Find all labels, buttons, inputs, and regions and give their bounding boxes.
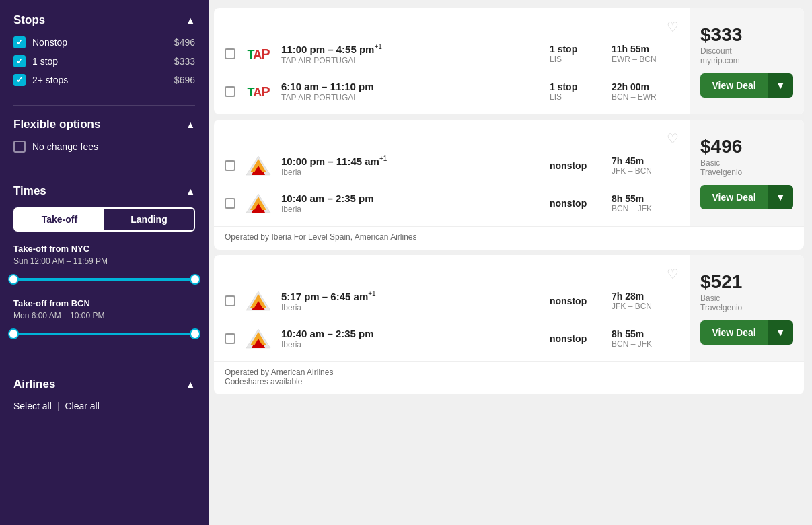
card-3-outbound-stops: nonstop (550, 295, 603, 306)
times-tabs: Take-off Landing (13, 207, 195, 232)
card-3-flights: ♡ 5:17 pm – 6:45 am+1 Iberia (214, 255, 690, 361)
two-plus-label: 2+ stops (32, 75, 68, 85)
slider-thumb-bcn-left[interactable] (8, 328, 19, 339)
one-stop-price: $333 (174, 56, 195, 67)
card-3-footer-note: Operated by American AirlinesCodeshares … (214, 361, 804, 394)
stops-title: Stops (13, 13, 45, 27)
card-3-outbound-duration: 7h 28m (612, 291, 679, 302)
takeoff-nyc-label: Take-off from NYC (13, 244, 195, 254)
two-plus-checkbox[interactable] (13, 74, 26, 86)
slider-fill-bcn (13, 332, 195, 335)
card-1-view-deal-chevron[interactable]: ▼ (768, 73, 793, 98)
card-2-flights: ♡ 10:00 pm – 11:45 am+1 Iberia (214, 120, 690, 226)
card-3-return-airline: Iberia (281, 340, 542, 349)
flexible-chevron-icon[interactable]: ▲ (186, 119, 195, 130)
card-1-outbound-logo: TAP (244, 39, 273, 69)
takeoff-bcn-label: Take-off from BCN (13, 298, 195, 308)
nonstop-checkbox[interactable] (13, 36, 26, 48)
card-1-return-duration: 22h 00m (612, 81, 679, 92)
clear-all-link[interactable]: Clear all (65, 400, 99, 411)
card-2-return-airline: Iberia (281, 205, 542, 214)
card-2-price-section: $496 BasicTravelgenio View Deal ▼ (690, 120, 804, 226)
flexible-section: Flexible options ▲ No change fees (13, 118, 195, 172)
card-2-view-deal-button[interactable]: View Deal (700, 185, 768, 209)
slider-thumb-bcn-right[interactable] (190, 328, 200, 339)
card-2-return-logo (244, 188, 273, 218)
airlines-chevron-icon[interactable]: ▲ (186, 379, 195, 390)
card-1-outbound-duration: 11h 55m (612, 44, 679, 55)
card-1-return-checkbox[interactable] (225, 86, 235, 97)
card-3-return-stops: nonstop (550, 333, 603, 344)
one-stop-checkbox[interactable] (13, 55, 26, 67)
card-3-view-deal-button[interactable]: View Deal (700, 320, 768, 345)
card-3-price: $521 (700, 272, 742, 293)
card-2-footer-note: Operated by Iberia For Level Spain, Amer… (214, 226, 804, 250)
takeoff-nyc-range: Sun 12:00 AM – 11:59 PM (13, 256, 195, 266)
no-change-fees-checkbox[interactable] (13, 141, 26, 153)
slider-thumb-right[interactable] (190, 274, 200, 285)
times-chevron-icon[interactable]: ▲ (186, 186, 195, 197)
card-1-view-deal-button[interactable]: View Deal (700, 73, 768, 98)
no-change-label: No change fees (32, 141, 98, 152)
pipe-divider: | (57, 400, 60, 411)
card-3-return-logo (244, 324, 273, 353)
times-header: Times ▲ (13, 184, 195, 198)
main-content: ♡ TAP 11:00 pm – 4:55 pm+1 TAP AIR PORTU… (209, 0, 812, 525)
card-2-view-deal-chevron[interactable]: ▼ (768, 185, 793, 209)
sidebar: Stops ▲ Nonstop $496 1 stop $333 2+ stop… (0, 0, 209, 525)
card-2-outbound-logo (244, 151, 273, 180)
card-2-return-stops: nonstop (550, 198, 603, 209)
no-change-fees-row: No change fees (13, 141, 195, 153)
slider-fill (13, 278, 195, 281)
nonstop-filter-row: Nonstop $496 (13, 36, 195, 48)
flight-card-3: ♡ 5:17 pm – 6:45 am+1 Iberia (214, 255, 804, 394)
iberia-logo-icon-4 (244, 326, 273, 351)
select-all-link[interactable]: Select all (13, 400, 52, 411)
card-1-return-logo: TAP (244, 77, 273, 106)
card-1-outbound-route: EWR – BCN (612, 55, 679, 64)
card-1-outbound-via: LIS (550, 55, 603, 64)
flexible-title: Flexible options (13, 118, 100, 131)
one-stop-filter-row: 1 stop $333 (13, 55, 195, 67)
card-1-return-time: 6:10 am – 11:10 pm (281, 81, 542, 92)
tab-landing[interactable]: Landing (104, 209, 194, 230)
card-3-price-section: $521 BasicTravelgenio View Deal ▼ (690, 255, 804, 361)
card-1-outbound-checkbox[interactable] (225, 48, 235, 59)
flight-card-1: ♡ TAP 11:00 pm – 4:55 pm+1 TAP AIR PORTU… (214, 8, 804, 114)
nonstop-price: $496 (174, 37, 195, 48)
stops-chevron-icon[interactable]: ▲ (186, 15, 195, 26)
card-2-outbound-stops: nonstop (550, 160, 603, 171)
card-3-return-duration: 8h 55m (612, 328, 679, 339)
card-3-view-deal: View Deal ▼ (700, 320, 793, 345)
one-stop-label: 1 stop (32, 56, 58, 67)
takeoff-bcn-range: Mon 6:00 AM – 10:00 PM (13, 311, 195, 320)
card-1-return-route: BCN – EWR (612, 92, 679, 102)
card-1-outbound-airline: TAP AIR PORTUGAL (281, 56, 542, 65)
card-2-view-deal: View Deal ▼ (700, 185, 793, 209)
card-2-return-checkbox[interactable] (225, 198, 235, 209)
slider-thumb-left[interactable] (8, 274, 19, 285)
takeoff-bcn-slider[interactable] (13, 327, 195, 341)
card-3-return-checkbox[interactable] (225, 333, 235, 344)
card-3-outbound-airline: Iberia (281, 303, 542, 312)
card-3-favorite-icon[interactable]: ♡ (667, 266, 679, 282)
card-3-outbound-time: 5:17 pm – 6:45 am+1 (281, 290, 542, 302)
card-2-price: $496 (700, 137, 742, 158)
nonstop-label: Nonstop (32, 37, 67, 48)
two-plus-price: $696 (174, 75, 195, 85)
card-3-return-row: 10:40 am – 2:35 pm Iberia nonstop 8h 55m… (225, 324, 679, 353)
tab-takeoff[interactable]: Take-off (15, 209, 104, 230)
card-3-outbound-row: 5:17 pm – 6:45 am+1 Iberia nonstop 7h 28… (225, 286, 679, 316)
card-2-outbound-time: 10:00 pm – 11:45 am+1 (281, 155, 542, 167)
card-2-return-duration: 8h 55m (612, 193, 679, 204)
card-1-outbound-stops: 1 stop (550, 44, 603, 55)
stops-section: Stops ▲ Nonstop $496 1 stop $333 2+ stop… (13, 13, 195, 106)
card-3-view-deal-chevron[interactable]: ▼ (768, 320, 793, 345)
card-3-outbound-checkbox[interactable] (225, 295, 235, 306)
two-plus-filter-row: 2+ stops $696 (13, 74, 195, 86)
card-1-favorite-icon[interactable]: ♡ (667, 19, 679, 35)
card-2-outbound-checkbox[interactable] (225, 160, 235, 171)
card-1-return-row: TAP 6:10 am – 11:10 pm TAP AIR PORTUGAL … (225, 77, 679, 106)
card-2-favorite-icon[interactable]: ♡ (667, 131, 679, 147)
takeoff-nyc-slider[interactable] (13, 273, 195, 286)
